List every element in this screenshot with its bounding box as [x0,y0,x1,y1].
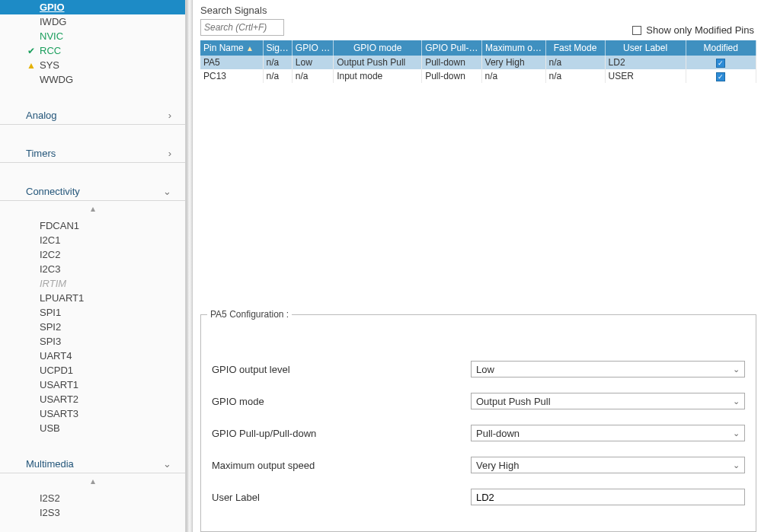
cell-label: USER [605,69,686,83]
conn-usb[interactable]: USB [0,421,185,435]
conn-i2c3[interactable]: I2C3 [0,262,185,276]
tree-label: SYS [40,59,59,71]
section-timers[interactable]: Timers› [0,142,185,163]
speed-select[interactable]: Very High⌄ [471,457,745,473]
section-label: Timers [26,148,56,159]
conn-usart3[interactable]: USART3 [0,406,185,421]
col-fast[interactable]: Fast Mode [545,40,605,56]
search-input[interactable] [200,19,284,36]
tree-item-wwdg[interactable]: WWDG [0,72,185,87]
col-signal[interactable]: Sig… [263,40,292,56]
mm-i2s3[interactable]: I2S3 [0,505,185,520]
tree-label: UART4 [40,350,72,362]
col-user-label[interactable]: User Label [605,40,686,56]
check-icon: ✔ [26,46,37,56]
tree-label: IWDG [40,16,66,27]
checkbox-icon [632,26,641,35]
section-connectivity[interactable]: Connectivity⌄ [0,180,185,201]
section-label: Connectivity [26,186,80,197]
tree-label: I2S2 [40,492,60,504]
cfg-label: GPIO output level [212,364,471,375]
conn-spi3[interactable]: SPI3 [0,334,185,349]
conn-spi1[interactable]: SPI1 [0,305,185,320]
splitter[interactable] [187,0,193,532]
conn-uart4[interactable]: UART4 [0,349,185,363]
tree-label: USART2 [40,393,78,405]
tree-label: SPI2 [40,321,61,333]
conn-ucpd1[interactable]: UCPD1 [0,363,185,377]
cell-label: LD2 [605,56,686,69]
tree-label: USART1 [40,379,78,390]
tree-item-iwdg[interactable]: IWDG [0,14,185,29]
conn-i2c2[interactable]: I2C2 [0,247,185,262]
cfg-output-level: GPIO output level Low⌄ [212,361,745,377]
chevron-down-icon: ⌄ [163,186,171,197]
cell-gpio-out: n/a [292,69,333,83]
tree-label: I2S3 [40,507,60,518]
col-pull[interactable]: GPIO Pull-… [422,40,481,56]
checkbox-checked-icon[interactable]: ✓ [716,59,725,68]
conn-i2c1[interactable]: I2C1 [0,233,185,247]
tree-item-gpio[interactable]: GPIO [0,0,185,14]
chevron-down-icon: ⌄ [733,460,740,470]
tree-label: USB [40,422,60,434]
cell-sig: n/a [263,69,292,83]
tree-label: FDCAN1 [40,220,79,231]
tree-label: USART3 [40,408,78,419]
table-row[interactable]: PA5 n/a Low Output Push Pull Pull-down V… [200,56,756,69]
config-title: PA5 Configuration : [207,309,292,320]
show-modified-toggle[interactable]: Show only Modified Pins [632,24,756,36]
col-modified[interactable]: Modified [686,40,756,56]
main-panel: Search Signals Show only Modified Pins P… [193,0,761,532]
chevron-down-icon: ⌄ [733,397,740,406]
conn-fdcan1[interactable]: FDCAN1 [0,218,185,233]
section-analog[interactable]: Analog› [0,104,185,125]
sidebar: GPIO IWDG NVIC ✔RCC ▲SYS WWDG Analog› Ti… [0,0,187,532]
tree-item-nvic[interactable]: NVIC [0,29,185,43]
output-level-select[interactable]: Low⌄ [471,361,745,377]
pin-table: Pin Name ▲ Sig… GPIO … GPIO mode GPIO Pu… [200,40,756,83]
conn-spi2[interactable]: SPI2 [0,320,185,334]
tree-label: GPIO [40,2,65,13]
sort-asc-icon: ▲ [246,44,254,53]
cell-pull: Pull-down [422,69,481,83]
chevron-down-icon: ⌄ [733,428,740,438]
cell-modified: ✓ [686,56,756,69]
chevron-down-icon: ⌄ [733,365,740,374]
scroll-up-icon[interactable]: ▴ [0,473,185,491]
conn-irtim[interactable]: IRTIM [0,276,185,291]
mm-i2s2[interactable]: I2S2 [0,491,185,505]
conn-usart1[interactable]: USART1 [0,377,185,392]
tree-label: WWDG [40,74,73,85]
tree-label: I2C1 [40,234,60,246]
chevron-right-icon: › [168,110,171,121]
section-multimedia[interactable]: Multimedia⌄ [0,452,185,473]
cell-pin: PA5 [200,56,263,69]
tree-item-sys[interactable]: ▲SYS [0,58,185,72]
user-label-input[interactable] [471,489,745,505]
col-gpio-output[interactable]: GPIO … [292,40,333,56]
tree-label: SPI3 [40,336,61,347]
checkbox-checked-icon[interactable]: ✓ [716,72,725,81]
chevron-down-icon: ⌄ [163,458,171,470]
conn-usart2[interactable]: USART2 [0,392,185,406]
col-gpio-mode[interactable]: GPIO mode [334,40,422,56]
cfg-label: GPIO mode [212,396,471,407]
tree-label: UCPD1 [40,365,73,376]
cell-mode: Input mode [334,69,422,83]
chevron-right-icon: › [168,148,171,159]
cell-max: n/a [481,69,545,83]
mode-select[interactable]: Output Push Pull⌄ [471,393,745,409]
conn-lpuart1[interactable]: LPUART1 [0,291,185,305]
table-row[interactable]: PC13 n/a n/a Input mode Pull-down n/a n/… [200,69,756,83]
cell-gpio-out: Low [292,56,333,69]
tree-label: IRTIM [40,278,66,289]
tree-label: I2C2 [40,249,60,260]
cell-sig: n/a [263,56,292,69]
tree-item-rcc[interactable]: ✔RCC [0,43,185,58]
col-max[interactable]: Maximum o… [481,40,545,56]
scroll-up-icon[interactable]: ▴ [0,201,185,218]
col-pin[interactable]: Pin Name ▲ [200,40,263,56]
cfg-speed: Maximum output speed Very High⌄ [212,457,745,473]
pull-select[interactable]: Pull-down⌄ [471,425,745,441]
